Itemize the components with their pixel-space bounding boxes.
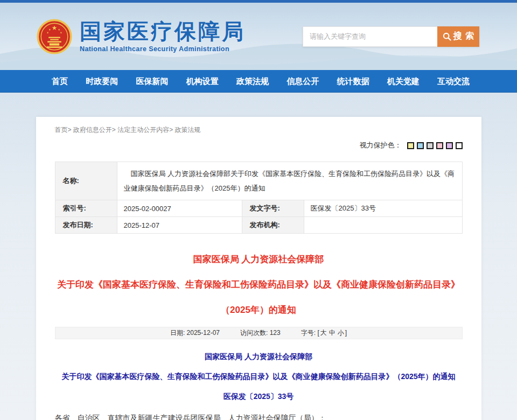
eye-protection-swatches — [404, 142, 463, 149]
breadcrumb-item: 政府信息公开> — [73, 126, 117, 134]
article-body-heading: 国家医保局 人力资源社会保障部 关于印发《国家基本医疗保险、生育保险和工伤保险药… — [55, 347, 463, 407]
breadcrumb-separator: > — [68, 126, 73, 134]
breadcrumb-link[interactable]: 政策法规 — [175, 126, 201, 134]
article-title-line: （2025年）的通知 — [55, 297, 463, 323]
breadcrumb-link[interactable]: 首页 — [55, 126, 68, 134]
search-input[interactable] — [303, 26, 437, 47]
doc-puborg-value — [304, 217, 462, 234]
article-title-line: 关于印发《国家基本医疗保险、生育保险和工伤保险药品目录》以及《商业健康保险创新药… — [55, 272, 463, 297]
font-size-link[interactable]: 大 — [320, 329, 327, 337]
site-search: 搜 索 — [303, 26, 479, 47]
table-row: 索引号: 2025-02-00027 发文字号: 医保发〔2025〕33号 — [55, 200, 462, 217]
breadcrumb: 首页> 政府信息公开> 法定主动公开内容> 政策法规 — [55, 124, 463, 135]
page-background: 首页> 政府信息公开> 法定主动公开内容> 政策法规 视力保护色： — [0, 93, 517, 420]
eye-protection-label: 视力保护色： — [360, 141, 402, 150]
breadcrumb-link[interactable]: 政府信息公开 — [73, 126, 112, 134]
national-emblem-logo — [37, 19, 72, 54]
nav-item[interactable]: 时政要闻 — [86, 76, 118, 87]
eye-protection-row: 视力保护色： — [55, 141, 463, 150]
doc-name-label: 名称: — [55, 162, 117, 200]
doc-index-value: 2025-02-00027 — [117, 200, 242, 217]
meta-visits: 访问次数: 123 — [240, 328, 281, 338]
doc-pubdate-label: 发布日期: — [55, 217, 117, 234]
article-body-heading-line: 医保发〔2025〕33号 — [55, 387, 463, 407]
font-size-link[interactable]: 中 — [329, 329, 336, 337]
article-body-heading-line: 关于印发《国家基本医疗保险、生育保险和工伤保险药品目录》以及《商业健康保险创新药… — [55, 367, 463, 387]
breadcrumb-separator: > — [169, 126, 174, 134]
main-navigation: 首页 时政要闻 医保新闻 机构设置 政策法规 信息公开 统计数据 机关党建 互动… — [0, 70, 517, 93]
nav-item[interactable]: 互动交流 — [437, 76, 470, 87]
search-button-label: 搜 索 — [453, 31, 474, 42]
article-meta-bar: 日期: 2025-12-07 访问次数: 123 字号: [大中小] — [55, 327, 463, 339]
doc-name-value: 国家医保局 人力资源社会保障部关于印发《国家基本医疗保险、生育保险和工伤保险药品… — [117, 162, 462, 200]
nav-item[interactable]: 医保新闻 — [136, 76, 169, 87]
search-button[interactable]: 搜 索 — [437, 26, 479, 47]
doc-puborg-label: 发布机构: — [242, 217, 304, 234]
article-title-line: 国家医保局 人力资源社会保障部 — [55, 247, 463, 272]
breadcrumb-link[interactable]: 法定主动公开内容 — [117, 126, 169, 134]
meta-date: 日期: 2025-12-07 — [170, 328, 220, 338]
search-icon — [442, 32, 452, 41]
document-info-table: 名称: 国家医保局 人力资源社会保障部关于印发《国家基本医疗保险、生育保险和工伤… — [55, 162, 463, 234]
nav-item[interactable]: 机关党建 — [387, 76, 420, 87]
article-body-heading-line: 国家医保局 人力资源社会保障部 — [55, 347, 463, 367]
nav-item[interactable]: 首页 — [52, 76, 68, 87]
nav-item[interactable]: 政策法规 — [236, 76, 269, 87]
meta-font-size: 字号: [大中小] — [301, 328, 347, 338]
table-row: 发布日期: 2025-12-07 发布机构: — [55, 217, 462, 234]
color-swatch[interactable] — [456, 142, 463, 149]
breadcrumb-separator: > — [112, 126, 117, 134]
doc-number-value: 医保发〔2025〕33号 — [304, 200, 462, 217]
color-swatch[interactable] — [417, 142, 424, 149]
color-swatch[interactable] — [446, 142, 453, 149]
article-title: 国家医保局 人力资源社会保障部 关于印发《国家基本医疗保险、生育保险和工伤保险药… — [55, 247, 463, 323]
doc-index-label: 索引号: — [55, 200, 117, 217]
font-size-links: 大中小 — [319, 329, 345, 337]
site-title: 国家医疗保障局 — [80, 20, 246, 43]
nav-item[interactable]: 机构设置 — [186, 76, 219, 87]
breadcrumb-item: 政策法规 — [175, 126, 201, 134]
article-body-paragraph: 各省、自治区、直辖市及新疆生产建设兵团医保局、人力资源社会保障厅（局）： — [55, 411, 463, 420]
nav-item[interactable]: 统计数据 — [337, 76, 369, 87]
doc-number-label: 发文字号: — [242, 200, 304, 217]
nav-item[interactable]: 信息公开 — [287, 76, 319, 87]
color-swatch[interactable] — [427, 142, 434, 149]
breadcrumb-item: 法定主动公开内容> — [117, 126, 174, 134]
site-brand[interactable]: 国家医疗保障局 National Healthcare Security Adm… — [37, 19, 246, 54]
color-swatch[interactable] — [407, 142, 414, 149]
content-box: 首页> 政府信息公开> 法定主动公开内容> 政策法规 视力保护色： — [36, 117, 481, 420]
color-swatch[interactable] — [436, 142, 443, 149]
table-row: 名称: 国家医保局 人力资源社会保障部关于印发《国家基本医疗保险、生育保险和工伤… — [55, 162, 462, 200]
site-header: 国家医疗保障局 National Healthcare Security Adm… — [0, 3, 517, 70]
breadcrumb-item: 首页> — [55, 126, 73, 134]
font-size-link[interactable]: 小 — [338, 329, 344, 337]
doc-pubdate-value: 2025-12-07 — [117, 217, 242, 234]
site-title-english: National Healthcare Security Administrat… — [80, 45, 246, 53]
